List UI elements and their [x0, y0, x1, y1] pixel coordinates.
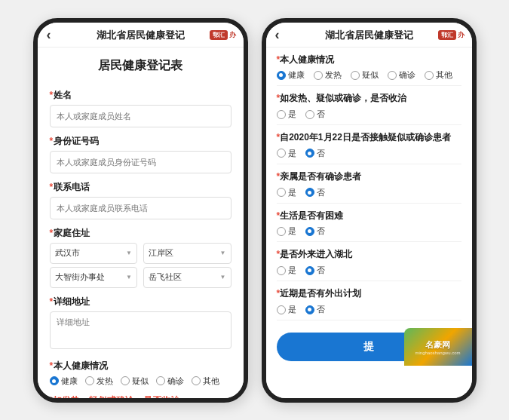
r-health-healthy[interactable]: [277, 71, 286, 80]
back-arrow-right[interactable]: ‹: [275, 27, 280, 43]
q-relative-yes[interactable]: 是: [277, 187, 296, 198]
address-row-2: 大智街办事处 ▼ 岳飞社区 ▼: [50, 267, 232, 288]
right-phone-header: ‹ 湖北省居民健康登记 鄂汇 办: [266, 23, 472, 48]
id-label: *身份证号码: [50, 135, 232, 148]
r-health-suspect[interactable]: [351, 71, 360, 80]
r-travel-no[interactable]: [305, 305, 314, 314]
radio-other[interactable]: [192, 376, 201, 385]
community-value: 岳飞社区: [149, 271, 182, 283]
r-relative-no[interactable]: [305, 188, 314, 197]
q-relative-title: *亲属是否有确诊患者: [277, 170, 461, 183]
q-contact-yes[interactable]: 是: [277, 148, 296, 159]
watermark-bg: 名豪网 minghaoshangwu.com: [404, 328, 472, 366]
health-option-suspect[interactable]: 疑似: [121, 376, 149, 387]
radio-suspect[interactable]: [121, 376, 130, 385]
r-contact-yes[interactable]: [277, 149, 286, 158]
r-contact-no[interactable]: [305, 149, 314, 158]
q-relative-no[interactable]: 否: [305, 187, 325, 198]
district-select[interactable]: 江岸区 ▼: [143, 243, 232, 264]
phone-input[interactable]: [50, 197, 232, 219]
city-value: 武汉市: [55, 247, 80, 259]
r-treatment-no[interactable]: [305, 110, 314, 119]
health-radio-group-left: 健康 发热 疑似 确诊: [50, 376, 232, 387]
radio-confirmed[interactable]: [156, 376, 165, 385]
q-relative: *亲属是否有确诊患者 是 否: [277, 164, 461, 204]
q-health-opt-other[interactable]: 其他: [425, 69, 452, 81]
form-title: 居民健康登记表: [38, 48, 244, 81]
q-travel-title: *近期是否有外出计划: [277, 287, 461, 300]
district-value: 江岸区: [149, 247, 173, 259]
health-option-healthy[interactable]: 健康: [50, 376, 78, 387]
id-input[interactable]: [50, 151, 232, 173]
city-select[interactable]: 武汉市 ▼: [50, 243, 138, 264]
detail-addr-input[interactable]: [50, 311, 232, 349]
right-logo: 鄂汇 办: [438, 30, 465, 40]
q-travel-label-no: 否: [317, 304, 325, 315]
q-health-label-other: 其他: [436, 69, 452, 81]
q-health-opt-fever[interactable]: 发热: [314, 69, 342, 81]
q-outsider-options: 是 否: [277, 265, 461, 276]
q-relative-options: 是 否: [277, 187, 461, 198]
q-difficulty-label-yes: 是: [288, 225, 296, 237]
required-mark-6: *: [50, 360, 54, 371]
q-travel-no[interactable]: 否: [305, 304, 325, 315]
q-difficulty-no[interactable]: 否: [305, 225, 325, 237]
radio-fever[interactable]: [85, 376, 94, 385]
r-treatment-yes[interactable]: [277, 110, 286, 119]
left-phone-body: 居民健康登记表 *姓名 *身份证号码 *联系电话: [38, 48, 244, 398]
street-select[interactable]: 大智街办事处 ▼: [50, 267, 138, 288]
q-outsider-label-no: 否: [317, 265, 325, 276]
q-contact-label-yes: 是: [288, 148, 296, 159]
q-health-opt-suspect[interactable]: 疑似: [351, 69, 379, 81]
right-logo-badge: 鄂汇: [438, 30, 456, 40]
health-label-left: *本人健康情况: [50, 360, 232, 372]
left-logo-text: 办: [229, 30, 236, 40]
form-section: *姓名 *身份证号码 *联系电话 *家庭住址: [38, 89, 244, 398]
q-health-opt-healthy[interactable]: 健康: [277, 69, 305, 81]
q-treatment-title: *如发热、疑似或确诊，是否收治: [277, 92, 461, 105]
q-outsider-yes[interactable]: 是: [277, 265, 296, 276]
q-health-title: *本人健康情况: [277, 54, 461, 66]
q-health-opt-confirmed[interactable]: 确诊: [388, 69, 415, 81]
q-outsider-no[interactable]: 否: [305, 265, 325, 276]
q-treatment-no[interactable]: 否: [305, 109, 325, 120]
q-relative-label-no: 否: [317, 187, 325, 198]
r-outsider-no[interactable]: [305, 266, 314, 275]
back-arrow-left[interactable]: ‹: [47, 27, 51, 43]
q-difficulty-yes[interactable]: 是: [277, 225, 296, 237]
health-label-confirmed: 确诊: [167, 376, 184, 387]
watermark-url: minghaoshangwu.com: [415, 351, 460, 355]
address-label: *家庭住址: [50, 227, 232, 240]
r-relative-yes[interactable]: [277, 188, 286, 197]
q-contact-no[interactable]: 否: [305, 148, 325, 159]
q-difficulty-label-no: 否: [317, 225, 325, 237]
detail-addr-label: *详细地址: [50, 296, 232, 308]
r-health-confirmed[interactable]: [388, 71, 397, 80]
health-label-healthy: 健康: [61, 376, 78, 387]
phone-label: *联系电话: [50, 181, 232, 194]
community-select[interactable]: 岳飞社区 ▼: [143, 267, 232, 288]
q-travel-yes[interactable]: 是: [277, 304, 296, 315]
r-difficulty-no[interactable]: [305, 227, 314, 236]
q-treatment-options: 是 否: [277, 109, 461, 120]
street-value: 大智街办事处: [55, 271, 105, 283]
r-difficulty-yes[interactable]: [277, 227, 286, 236]
health-option-confirmed[interactable]: 确诊: [156, 376, 184, 387]
q-health-label-suspect: 疑似: [362, 69, 379, 81]
r-travel-yes[interactable]: [277, 305, 286, 314]
radio-healthy[interactable]: [50, 376, 59, 385]
q-treatment-label-no: 否: [317, 109, 325, 120]
right-logo-text: 办: [458, 30, 465, 40]
r-outsider-yes[interactable]: [277, 266, 286, 275]
r-health-fever[interactable]: [314, 71, 323, 80]
health-option-fever[interactable]: 发热: [85, 376, 113, 387]
q-treatment-yes[interactable]: 是: [277, 109, 296, 120]
r-health-other[interactable]: [425, 71, 434, 80]
q-health-label-healthy: 健康: [288, 69, 305, 81]
submit-area: 提 名豪网 minghaoshangwu.com: [277, 325, 461, 361]
bottom-text-left: *如发热、轻似或确诊，是否收治: [50, 395, 180, 398]
q-treatment: *如发热、疑似或确诊，是否收治 是 否: [277, 86, 461, 125]
health-option-other[interactable]: 其他: [192, 376, 219, 387]
bottom-label-left: *如发热、轻似或确诊，是否收治: [50, 394, 232, 398]
name-input[interactable]: [50, 105, 232, 127]
